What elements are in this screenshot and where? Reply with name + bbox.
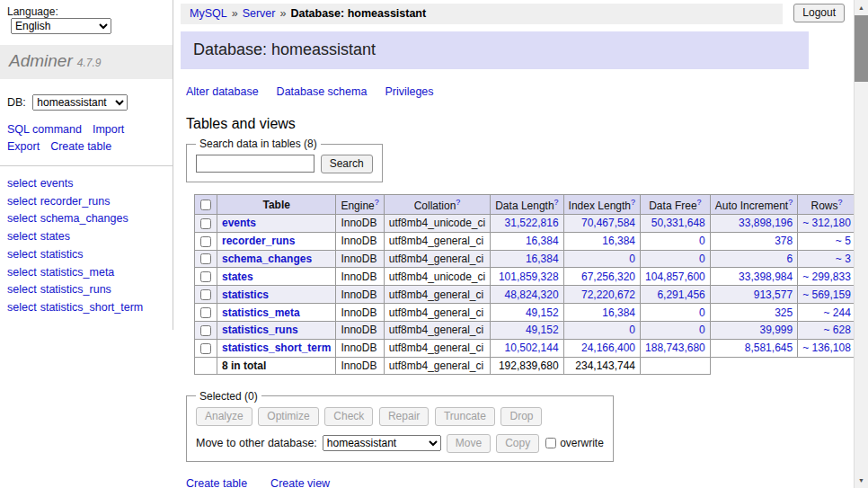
vertical-scrollbar[interactable]: ▲ ▼ xyxy=(854,0,868,488)
create-view-link[interactable]: Create view xyxy=(270,477,330,488)
truncate-button[interactable]: Truncate xyxy=(435,407,495,426)
drop-button[interactable]: Drop xyxy=(500,407,542,426)
search-input[interactable] xyxy=(196,155,314,173)
sql-command-link[interactable]: SQL command xyxy=(7,123,82,136)
select-link[interactable]: select xyxy=(7,177,37,190)
auto-increment-link[interactable]: 39,999 xyxy=(759,324,793,336)
sidebar-table-link[interactable]: recorder_runs xyxy=(40,195,111,208)
import-link[interactable]: Import xyxy=(93,123,124,136)
rows-count-link[interactable]: ~ 244 xyxy=(824,306,851,319)
select-link[interactable]: select xyxy=(7,283,37,296)
select-link[interactable]: select xyxy=(7,230,37,243)
table-name-link[interactable]: schema_changes xyxy=(222,253,312,265)
move-button[interactable]: Move xyxy=(447,434,491,453)
table-name-link[interactable]: events xyxy=(222,217,256,229)
sidebar-table-link[interactable]: schema_changes xyxy=(40,212,128,225)
adminer-logo-link[interactable]: Adminer xyxy=(9,51,73,70)
row-checkbox[interactable] xyxy=(200,271,211,282)
data-free-link[interactable]: 0 xyxy=(699,253,705,265)
auto-increment-link[interactable]: 378 xyxy=(775,235,793,247)
data-length-link[interactable]: 10,502,144 xyxy=(505,342,559,354)
auto-increment-link[interactable]: 33,398,984 xyxy=(739,271,793,283)
optimize-button[interactable]: Optimize xyxy=(258,407,318,426)
index-length-link[interactable]: 24,166,400 xyxy=(581,342,635,354)
move-database-select[interactable]: homeassistant xyxy=(323,435,441,451)
table-name-link[interactable]: statistics_short_term xyxy=(222,342,331,354)
create-table-link-sidebar[interactable]: Create table xyxy=(50,140,111,153)
data-length-link[interactable]: 31,522,816 xyxy=(505,217,559,229)
data-length-link[interactable]: 101,859,328 xyxy=(499,271,559,283)
table-name-link[interactable]: statistics xyxy=(222,288,269,301)
index-length-link[interactable]: 16,384 xyxy=(602,306,635,319)
breadcrumb-server-link[interactable]: Server xyxy=(243,7,276,20)
table-name-link[interactable]: statistics_meta xyxy=(222,306,300,319)
copy-button[interactable]: Copy xyxy=(496,434,539,453)
data-free-link[interactable]: 104,857,600 xyxy=(645,271,705,283)
index-length-link[interactable]: 0 xyxy=(629,253,635,265)
check-button[interactable]: Check xyxy=(324,407,373,426)
row-checkbox[interactable] xyxy=(200,218,211,229)
index-length-link[interactable]: 72,220,672 xyxy=(581,288,635,301)
row-checkbox[interactable] xyxy=(200,253,211,264)
row-checkbox[interactable] xyxy=(200,325,211,336)
rows-count-link[interactable]: ~ 628 xyxy=(824,324,851,336)
select-link[interactable]: select xyxy=(7,212,37,225)
auto-increment-help-link[interactable]: ? xyxy=(788,198,793,207)
select-all-checkbox[interactable] xyxy=(200,200,211,210)
row-checkbox[interactable] xyxy=(200,307,211,318)
scroll-up-button[interactable]: ▲ xyxy=(855,0,868,15)
sidebar-table-link[interactable]: statistics_meta xyxy=(40,266,115,279)
data-length-link[interactable]: 49,152 xyxy=(526,306,559,319)
row-checkbox[interactable] xyxy=(200,289,211,300)
analyze-button[interactable]: Analyze xyxy=(196,407,252,426)
index-length-link[interactable]: 16,384 xyxy=(602,235,635,247)
overwrite-checkbox[interactable] xyxy=(545,438,556,448)
row-checkbox[interactable] xyxy=(200,236,211,247)
engine-help-link[interactable]: ? xyxy=(375,198,379,207)
row-checkbox[interactable] xyxy=(200,343,211,354)
auto-increment-link[interactable]: 6 xyxy=(786,253,793,265)
sidebar-table-link[interactable]: events xyxy=(40,177,74,190)
index-length-link[interactable]: 70,467,584 xyxy=(581,217,635,229)
data-free-link[interactable]: 50,331,648 xyxy=(651,217,705,229)
data-length-link[interactable]: 16,384 xyxy=(526,253,559,265)
data-free-link[interactable]: 0 xyxy=(699,235,705,247)
data-length-link[interactable]: 49,152 xyxy=(526,324,559,336)
scrollbar-thumb[interactable] xyxy=(855,15,868,82)
table-name-link[interactable]: states xyxy=(222,271,253,283)
auto-increment-link[interactable]: 8,581,645 xyxy=(745,342,793,354)
sidebar-table-link[interactable]: statistics_runs xyxy=(40,283,111,296)
index-length-link[interactable]: 0 xyxy=(629,324,635,336)
collation-help-link[interactable]: ? xyxy=(456,198,460,207)
index-length-link[interactable]: 67,256,320 xyxy=(581,271,635,283)
export-link[interactable]: Export xyxy=(7,140,40,153)
data-length-link[interactable]: 48,824,320 xyxy=(505,288,559,301)
rows-help-link[interactable]: ? xyxy=(838,198,843,207)
data-length-link[interactable]: 16,384 xyxy=(526,235,559,247)
select-link[interactable]: select xyxy=(7,266,37,279)
select-link[interactable]: select xyxy=(7,301,37,314)
privileges-link[interactable]: Privileges xyxy=(385,85,433,98)
rows-count-link[interactable]: ~ 3 xyxy=(836,253,851,265)
sidebar-table-link[interactable]: statistics_short_term xyxy=(40,301,144,314)
sidebar-table-link[interactable]: states xyxy=(40,230,70,243)
data-free-link[interactable]: 6,291,456 xyxy=(657,288,704,301)
auto-increment-link[interactable]: 33,898,196 xyxy=(739,217,793,229)
data-free-help-link[interactable]: ? xyxy=(697,198,702,207)
search-button[interactable]: Search xyxy=(321,155,373,173)
repair-button[interactable]: Repair xyxy=(379,407,429,426)
data-free-link[interactable]: 0 xyxy=(699,324,705,336)
rows-count-link[interactable]: ~ 299,833 xyxy=(802,271,851,283)
language-select[interactable]: English xyxy=(11,18,111,34)
rows-count-link[interactable]: ~ 136,108 xyxy=(802,342,851,354)
data-length-help-link[interactable]: ? xyxy=(554,198,559,207)
db-select[interactable]: homeassistant xyxy=(32,94,128,111)
index-length-help-link[interactable]: ? xyxy=(631,198,635,207)
table-name-link[interactable]: recorder_runs xyxy=(222,235,295,247)
rows-count-link[interactable]: ~ 5 xyxy=(836,235,851,247)
scroll-down-button[interactable]: ▼ xyxy=(855,473,868,488)
auto-increment-link[interactable]: 325 xyxy=(775,306,793,319)
data-free-link[interactable]: 0 xyxy=(699,306,705,319)
data-free-link[interactable]: 188,743,680 xyxy=(645,342,705,354)
rows-count-link[interactable]: ~ 569,159 xyxy=(802,288,851,301)
